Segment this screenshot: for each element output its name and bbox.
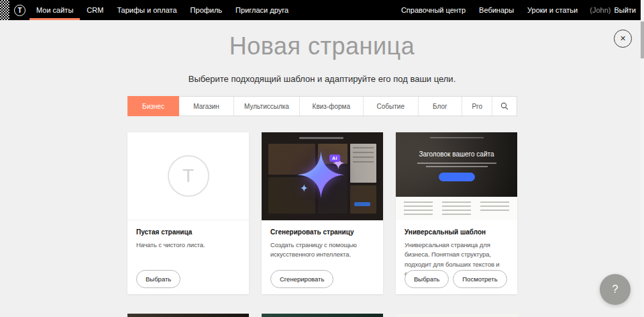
next-templates-row-partial <box>127 314 517 317</box>
nav-my-sites[interactable]: Мои сайты <box>30 0 80 20</box>
search-tab[interactable] <box>492 97 517 116</box>
user-name: (John) <box>590 6 610 14</box>
template-card-partial[interactable] <box>262 314 383 317</box>
template-card-partial[interactable] <box>127 314 249 317</box>
template-card-universal: Заголовок вашего сайта Универсальный шаб… <box>396 132 517 294</box>
tab-multilink[interactable]: Мультиссылка <box>233 97 299 116</box>
scrollbar[interactable] <box>641 0 644 317</box>
card-description: Создать страницу с помощью искусственног… <box>270 240 374 260</box>
help-button[interactable]: ? <box>600 274 631 305</box>
tab-shop[interactable]: Магазин <box>179 97 233 116</box>
tilda-logo[interactable]: T <box>14 5 25 16</box>
card-title: Пустая страница <box>136 228 240 236</box>
blank-template-preview: T <box>127 132 249 220</box>
scrollbar-thumb[interactable] <box>641 21 644 58</box>
tab-quiz-form[interactable]: Квиз-форма <box>299 97 363 116</box>
nav-crm[interactable]: CRM <box>80 0 110 20</box>
card-actions: Сгенерировать <box>270 270 333 288</box>
preview-site-heading: Заголовок вашего сайта <box>396 150 517 158</box>
nav-tariffs-payment[interactable]: Тарифы и оплата <box>110 0 183 20</box>
nav-help-center[interactable]: Справочный центр <box>394 0 472 20</box>
card-body: Сгенерировать страницу Создать страницу … <box>262 220 383 260</box>
preview-universal-button[interactable]: Посмотреть <box>453 270 506 288</box>
tilda-pattern-logo <box>0 0 9 20</box>
nav-invite-friend[interactable]: Пригласи друга <box>229 0 295 20</box>
template-category-tabs: Бизнес Магазин Мультиссылка Квиз-форма С… <box>127 96 517 116</box>
template-card-partial[interactable] <box>396 314 517 317</box>
nav-profile[interactable]: Профиль <box>184 0 229 20</box>
card-actions: Выбрать <box>136 270 180 288</box>
close-button[interactable]: ✕ <box>614 30 632 48</box>
preview-nav-line <box>430 137 484 138</box>
preview-text-column <box>404 201 433 216</box>
preview-text-section <box>396 197 517 220</box>
generate-button[interactable]: Сгенерировать <box>270 270 333 288</box>
ai-template-preview: AI <box>262 132 383 220</box>
page-subtitle: Выберите подходящий шаблон и адаптируйте… <box>0 74 644 84</box>
card-title: Сгенерировать страницу <box>270 228 374 236</box>
template-card-ai-generate: AI Сгенерировать страницу Создать страни… <box>262 132 383 294</box>
ai-sparkle-icon <box>292 148 349 205</box>
nav-webinars[interactable]: Вебинары <box>472 0 521 20</box>
tab-event[interactable]: Событие <box>363 97 418 116</box>
card-description: Начать с чистого листа. <box>136 240 240 250</box>
tab-business[interactable]: Бизнес <box>127 96 179 116</box>
preview-cta-button <box>439 173 475 181</box>
topbar-nav-right: Справочный центр Вебинары Уроки и статьи… <box>394 0 636 20</box>
topbar-nav-left: Мои сайты CRM Тарифы и оплата Профиль Пр… <box>30 0 295 20</box>
preview-text-line <box>426 166 488 167</box>
card-title: Универсальный шаблон <box>405 228 508 236</box>
nav-lessons-articles[interactable]: Уроки и статьи <box>521 0 584 20</box>
tab-pro[interactable]: Pro <box>462 97 492 116</box>
tab-blog[interactable]: Блог <box>418 97 462 116</box>
select-universal-button[interactable]: Выбрать <box>405 270 449 288</box>
preview-text-column <box>442 201 471 216</box>
search-icon <box>500 102 508 110</box>
preview-hero-section: Заголовок вашего сайта <box>396 132 517 197</box>
card-body: Пустая страница Начать с чистого листа. <box>127 220 249 250</box>
page-title: Новая страница <box>0 32 644 60</box>
ai-badge: AI <box>329 154 340 162</box>
tilda-circle-logo-icon: T <box>168 155 209 197</box>
card-actions: Выбрать Посмотреть <box>405 270 507 288</box>
universal-template-preview: Заголовок вашего сайта <box>396 132 517 220</box>
preview-text-column <box>480 201 509 216</box>
template-card-blank: T Пустая страница Начать с чистого листа… <box>127 132 249 294</box>
select-blank-button[interactable]: Выбрать <box>136 270 180 288</box>
topbar: T Мои сайты CRM Тарифы и оплата Профиль … <box>0 0 644 20</box>
template-cards-row: T Пустая страница Начать с чистого листа… <box>127 132 517 294</box>
logout-link[interactable]: Выйти <box>614 6 636 14</box>
preview-text-line <box>417 163 496 164</box>
